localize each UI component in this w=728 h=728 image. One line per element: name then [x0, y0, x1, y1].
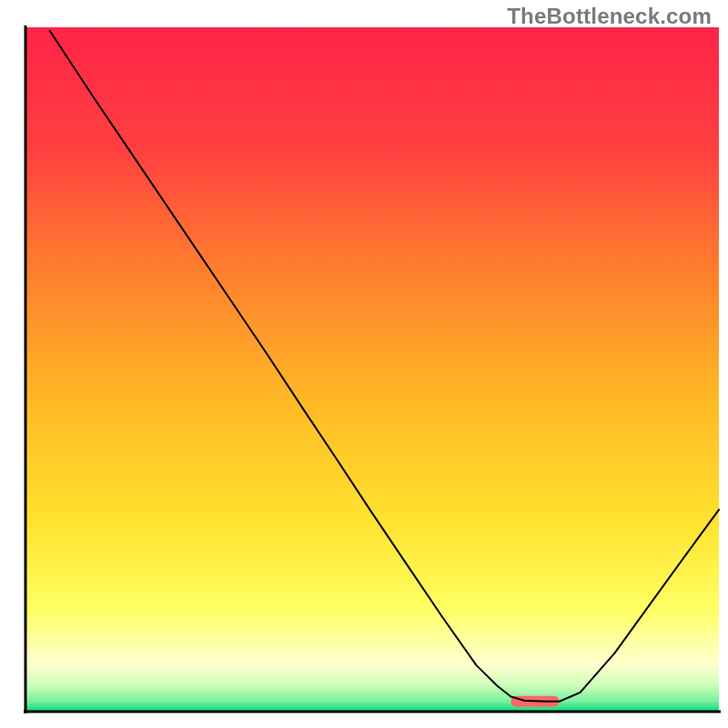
chart-container: TheBottleneck.com	[0, 0, 728, 728]
plot-background	[25, 27, 719, 712]
bottleneck-chart	[0, 0, 728, 728]
watermark-label: TheBottleneck.com	[507, 4, 712, 29]
